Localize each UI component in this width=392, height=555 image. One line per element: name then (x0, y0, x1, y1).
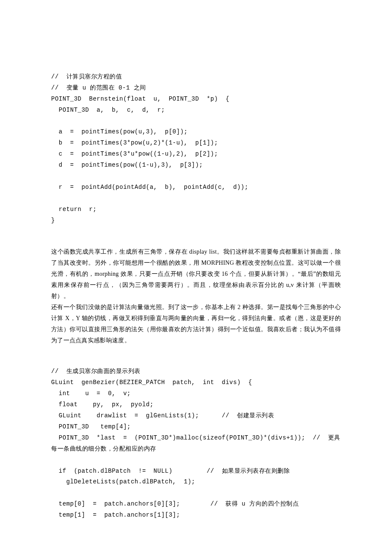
code-block-bernstein: // 计算贝塞尔方程的值 // 变量 u 的范围在 0-1 之间 POINT_3… (51, 72, 341, 226)
spacer (51, 226, 341, 246)
code-block-genbezier: // 生成贝塞尔曲面的显示列表 GLuint genBezier(BEZIER_… (51, 366, 341, 520)
spacer (51, 346, 341, 366)
document-page: // 计算贝塞尔方程的值 // 变量 u 的范围在 0-1 之间 POINT_3… (0, 0, 392, 555)
paragraph-1: 这个函数完成共享工作，生成所有三角带，保存在 display list。我们这样… (51, 246, 341, 301)
paragraph-2: 还有一个我们没做的是计算法向量做光照。到了这一步，你基本上有 2 种选择。第一是… (51, 302, 341, 346)
